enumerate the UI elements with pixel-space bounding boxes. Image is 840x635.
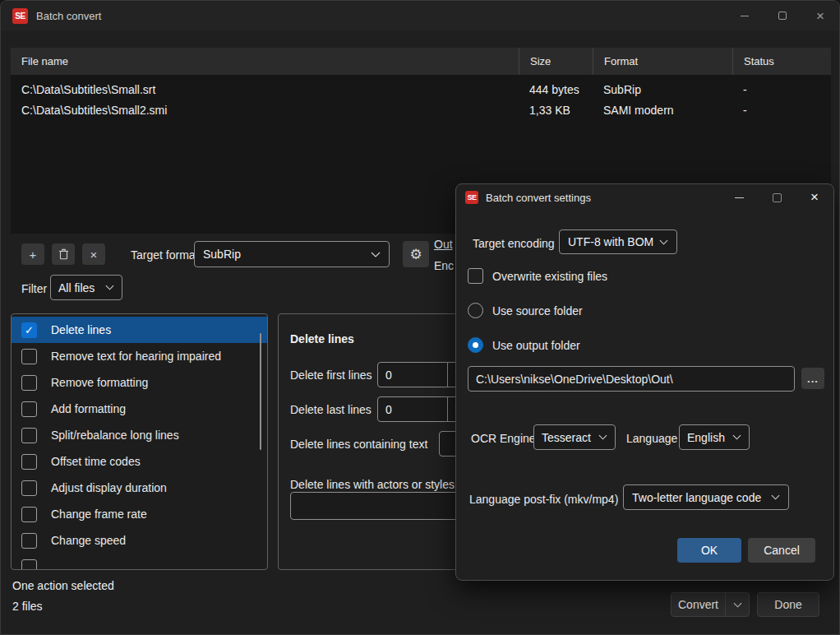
file-list-body: C:\Data\Subtitles\Small.srt 444 bytes Su… (11, 75, 831, 120)
done-button[interactable]: Done (757, 592, 819, 617)
output-properties-link[interactable]: Out (434, 238, 453, 251)
close-small-icon: × (90, 248, 98, 262)
action-item-split-rebalance[interactable]: Split/rebalance long lines (12, 422, 267, 448)
action-item-remove-text-hearing-impaired[interactable]: Remove text for hearing impaired (12, 343, 267, 369)
action-item-change-frame-rate[interactable]: Change frame rate (12, 501, 267, 527)
action-label: Offset time codes (51, 455, 141, 468)
use-output-folder-label: Use output folder (492, 339, 580, 352)
maximize-button[interactable] (764, 1, 801, 30)
window-caption-buttons: × (726, 1, 839, 30)
window-title: Batch convert (36, 10, 102, 22)
action-item-delete-lines[interactable]: ✓ Delete lines (12, 317, 267, 343)
dialog-minimize-button[interactable] (720, 184, 758, 211)
checkbox[interactable] (21, 375, 37, 391)
table-row[interactable]: C:\Data\Subtitles\Small2.smi 1,33 KB SAM… (11, 100, 831, 120)
column-header-file-name[interactable]: File name (11, 48, 519, 75)
ocr-engine-dropdown[interactable]: Tesseract (533, 424, 616, 450)
column-header-format[interactable]: Format (593, 48, 732, 75)
action-item-remove-formatting[interactable]: Remove formatting (12, 369, 267, 396)
checkbox[interactable] (21, 507, 37, 522)
cancel-button[interactable]: Cancel (748, 538, 815, 563)
target-format-dropdown[interactable]: SubRip (194, 241, 390, 267)
delete-last-lines-label: Delete last lines (290, 403, 372, 416)
minimize-icon (741, 16, 749, 16)
ocr-engine-value: Tesseract (542, 431, 591, 444)
batch-convert-settings-dialog: SE Batch convert settings × Target encod… (455, 183, 834, 581)
convert-button[interactable]: Convert (672, 593, 725, 616)
list-scrollbar[interactable] (260, 333, 261, 450)
convert-menu-button[interactable] (725, 593, 749, 616)
add-file-button[interactable]: + (21, 243, 44, 265)
target-encoding-dropdown[interactable]: UTF-8 with BOM (559, 229, 677, 254)
checkbox[interactable] (21, 454, 37, 470)
minimize-icon (735, 197, 744, 198)
ok-button[interactable]: OK (677, 538, 741, 563)
file-status-cell: - (732, 104, 831, 117)
target-format-value: SubRip (203, 248, 241, 261)
dialog-close-button[interactable]: × (796, 184, 833, 211)
action-item-adjust-display-duration[interactable]: Adjust display duration (12, 475, 267, 501)
file-status-cell: - (732, 83, 831, 96)
file-format-cell: SAMI modern (593, 104, 732, 117)
target-format-label: Target format (131, 248, 198, 262)
overwrite-checkbox[interactable] (468, 268, 483, 284)
use-source-folder-radio[interactable] (468, 303, 483, 318)
action-label: Split/rebalance long lines (51, 429, 179, 442)
chevron-down-icon (732, 434, 741, 440)
output-folder-input[interactable]: C:\Users\nikse\OneDrive\Desktop\Out\ (468, 366, 795, 392)
maximize-icon (778, 12, 787, 20)
plus-icon: + (30, 248, 37, 262)
convert-split-button: Convert (671, 592, 750, 617)
delete-file-button[interactable] (52, 243, 75, 265)
checkbox[interactable] (21, 559, 37, 571)
action-item-add-formatting[interactable]: Add formatting (12, 396, 267, 422)
checkbox[interactable] (21, 480, 37, 496)
dialog-maximize-button[interactable] (758, 184, 796, 211)
action-item-partial[interactable] (12, 554, 267, 570)
settings-button[interactable]: ⚙ (403, 241, 429, 267)
maximize-icon (773, 193, 782, 202)
checkbox[interactable] (21, 401, 37, 417)
table-row[interactable]: C:\Data\Subtitles\Small.srt 444 bytes Su… (11, 79, 831, 100)
use-output-folder-radio[interactable] (468, 337, 483, 353)
ocr-engine-label: OCR Engine (471, 432, 536, 445)
delete-first-lines-label: Delete first lines (290, 368, 372, 382)
checkbox[interactable] (21, 533, 37, 549)
actions-list: ✓ Delete lines Remove text for hearing i… (11, 313, 268, 570)
check-icon: ✓ (25, 324, 34, 336)
chevron-down-icon (598, 434, 607, 440)
filter-value: All files (58, 281, 95, 294)
action-item-offset-time-codes[interactable]: Offset time codes (12, 448, 267, 475)
chevron-down-icon (659, 239, 668, 245)
browse-button[interactable]: ... (801, 368, 824, 389)
action-label: Change speed (51, 534, 126, 547)
language-postfix-label: Language post-fix (mkv/mp4) (469, 493, 618, 506)
close-icon: × (816, 9, 824, 23)
column-header-status[interactable]: Status (732, 48, 831, 75)
minimize-button[interactable] (726, 1, 764, 30)
language-label: Language (626, 432, 677, 445)
checkbox[interactable] (21, 349, 37, 364)
target-encoding-value: UTF-8 with BOM (568, 235, 653, 248)
language-postfix-dropdown[interactable]: Two-letter language code (623, 484, 789, 510)
column-header-size[interactable]: Size (519, 48, 593, 75)
remove-file-button[interactable]: × (82, 243, 105, 265)
checkbox-checked[interactable]: ✓ (21, 322, 37, 338)
screen: SE Batch convert × File name Size Format… (0, 0, 840, 635)
panel-title: Delete lines (290, 332, 354, 345)
file-name-cell: C:\Data\Subtitles\Small2.smi (11, 104, 519, 117)
chevron-down-icon (733, 602, 742, 608)
file-size-cell: 444 bytes (519, 83, 593, 96)
checkbox[interactable] (21, 428, 37, 443)
filter-dropdown[interactable]: All files (50, 275, 122, 300)
file-list-header: File name Size Format Status (11, 48, 831, 75)
stepper-value: 0 (378, 363, 447, 387)
batch-convert-window: SE Batch convert × File name Size Format… (0, 0, 840, 635)
action-item-change-speed[interactable]: Change speed (12, 527, 267, 554)
filter-label: Filter (21, 282, 47, 295)
close-button[interactable]: × (801, 1, 839, 30)
status-file-count: 2 files (12, 600, 43, 613)
target-encoding-label: Target encoding (473, 237, 555, 250)
chevron-down-icon (105, 285, 114, 290)
language-dropdown[interactable]: English (679, 424, 750, 450)
